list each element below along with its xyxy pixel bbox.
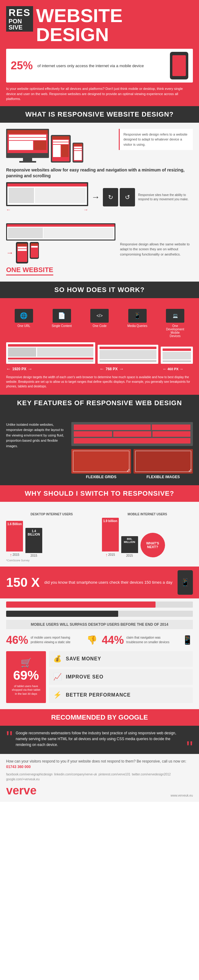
ow-arrow-phones: →	[6, 242, 115, 264]
feature-labels-row: FLEXIBLE GRIDS FLEXIBLE IMAGES	[71, 474, 193, 479]
percent-46: 46%	[6, 634, 28, 647]
mobile-bar-chart: 1.9 billion ↑2015 800, MILLION 2015 WHAT…	[102, 517, 193, 557]
how-section: 🌐 One URL 📄 Single Content </> One Code …	[0, 298, 199, 395]
progress-bar-1	[6, 601, 193, 608]
ow-arrow: →	[6, 248, 13, 257]
devices-label: One Development Mobile Devices	[166, 324, 184, 338]
footer-phone[interactable]: 01743 360 000	[6, 765, 31, 769]
quote-text: Google recommends webmasters follow the …	[16, 730, 183, 748]
expand-icon: ⤢	[126, 468, 130, 473]
verve-logo: verve	[6, 784, 36, 797]
url-icon-box: 🌐	[15, 309, 33, 323]
monitor-foot	[19, 161, 36, 162]
features-title: KEY FEATURES OF RESPONSIVE WEB DESIGN	[0, 395, 199, 411]
verve-url: www.verveuk.eu	[171, 794, 193, 797]
ow-desktop-cols	[7, 227, 115, 239]
benefit-better-performance: ⚡ BETTER PERFORMANCE	[49, 687, 193, 703]
responsive-caption: Responsive websites allow for easy readi…	[6, 167, 193, 179]
arrow-up-icon2: ↑	[105, 552, 107, 557]
percent-row: 46% of mobile users report having proble…	[6, 634, 193, 647]
feature1-label: FLEXIBLE GRIDS	[71, 475, 131, 479]
devices-row: Responsive web design refers to a websit…	[6, 129, 193, 162]
arrow-desktop: ← →	[6, 182, 88, 213]
percent-46-desc: of mobile users report having problems v…	[31, 634, 82, 644]
what-is-title: WHAT IS RESPONSIVE WEBSITE DESIGN?	[0, 106, 199, 123]
media-label: Media Queries	[127, 324, 147, 328]
how-icon-code: </> One Code	[90, 309, 109, 338]
fg-row1	[74, 425, 190, 430]
open-quote-mark: "	[6, 730, 13, 745]
devices-icon-box: 💻	[166, 309, 184, 323]
res-box: RES PONSIVE	[6, 6, 33, 32]
improve-seo-icon: 📈	[52, 672, 63, 682]
footer-link-fb[interactable]: facebook.com/vervegraphicdesign	[6, 773, 53, 776]
improve-seo-label: IMPROVE SEO	[66, 674, 103, 680]
header-description: Is your website optimised effectively fo…	[6, 86, 193, 102]
feature-description: Unlike isolated mobile websites, respons…	[6, 422, 67, 479]
cart-desc: of tablet users have shopped via their t…	[11, 684, 41, 696]
bp-tablet	[98, 345, 158, 364]
features-visuals: ⤢ ⤢ FLEXIBLE GRIDS FLEXIBLE IMAGES	[71, 422, 193, 479]
times-value: 150 X	[6, 575, 40, 590]
progress-fill-1	[6, 601, 156, 608]
header-title: RES PONSIVE WEBSITE DESIGN	[6, 6, 193, 44]
bp-label-460: ← 460 PX →	[163, 366, 193, 372]
percent-44-desc: claim that navigation was troublesome on…	[126, 634, 178, 644]
footer-link-gp[interactable]: google.com/+verveuk.eu	[6, 778, 39, 781]
desktop-title: DESKTOP INTERNET USERS	[6, 512, 97, 516]
how-icon-media: 📱 Media Queries	[127, 309, 147, 338]
percent-block-44: 44% claim that navigation was troublesom…	[102, 634, 178, 647]
device-icon: 📱	[182, 634, 193, 647]
fg-cell-full	[74, 438, 190, 444]
how-icon-content: 📄 Single Content	[52, 309, 72, 338]
footer-link-pi[interactable]: pinterest.com/verve101	[99, 773, 130, 776]
url-label: One URL	[17, 324, 30, 328]
flexible-images-row: ⤢ ⤢	[71, 449, 193, 474]
footer-link-li[interactable]: linkedin.com/company/verve-uk	[54, 773, 97, 776]
progress-bar-2	[6, 611, 193, 617]
pon-sive-text: PONSIVE	[9, 18, 31, 30]
bp-label-1920: ← 1920 PX →	[6, 366, 97, 372]
bp-description: Responsive design targets the width of e…	[6, 375, 193, 389]
breakpoints-visual	[6, 342, 193, 364]
fi-image-2	[133, 449, 193, 474]
whats-next-box: WHAT'S NEXT?	[141, 533, 165, 557]
fg-cell	[113, 431, 151, 437]
recommended-section: RECOMMENDED BY GOOGLE " Google recommend…	[0, 709, 199, 754]
times-box: 150 X did you know that smartphone users…	[0, 566, 199, 598]
quote-block: " Google recommends webmasters follow th…	[6, 730, 193, 748]
whats-next-text: WHAT'S NEXT?	[144, 541, 162, 549]
refresh-icon-2: ↺	[120, 188, 135, 207]
percent-block-46: 46% of mobile users report having proble…	[6, 634, 82, 647]
monitor-body	[6, 129, 49, 158]
monitor-screen	[7, 130, 48, 153]
rec-title: RECOMMENDED BY GOOGLE	[0, 709, 199, 726]
one-website-section: → ONE WEBSITE R	[0, 223, 199, 282]
save-money-icon: 💰	[52, 654, 63, 664]
features-section: Unlike isolated mobile websites, respons…	[0, 411, 199, 485]
breakpoint-labels-row: ← 1920 PX → ← 768 PX → ← 460 PX →	[6, 366, 193, 372]
footer-link-tw[interactable]: twitter.com/vervedesign2012	[132, 773, 171, 776]
mobile-stats: MOBILE INTERNET USERS 1.9 billion ↑2015 …	[102, 512, 193, 562]
desktop-bar-chart: 1.6 Billion ↑2015 1.4 BILLION 2015	[6, 517, 97, 557]
phone-icon	[170, 52, 188, 80]
stats-row: DESKTOP INTERNET USERS 1.6 Billion ↑2015…	[6, 512, 193, 562]
one-website-note: Responsive design allows the same websit…	[120, 242, 193, 257]
responsive-arrows-row: ← → → ↻ ↺ Responsive sites have the abil…	[6, 182, 193, 213]
desktop-content	[7, 183, 87, 205]
transform-arrow: →	[91, 192, 100, 202]
refresh-icon: ↻	[103, 188, 118, 207]
desktop-bar-val1: 1.6 Billion	[6, 521, 23, 552]
save-money-label: SAVE MONEY	[66, 656, 101, 662]
tablet-device	[51, 135, 71, 162]
fg-cell	[152, 425, 190, 430]
code-icon-box: </>	[90, 309, 109, 323]
flexible-image-1: ⤢	[71, 449, 131, 474]
benefit-items: 💰 SAVE MONEY 📈 IMPROVE SEO ⚡ BETTER PERF…	[49, 651, 193, 703]
fg-row3	[74, 438, 190, 444]
why-section: DESKTOP INTERNET USERS 1.6 Billion ↑2015…	[0, 502, 199, 709]
feature2-label: FLEXIBLE IMAGES	[133, 475, 193, 479]
features-row: Unlike isolated mobile websites, respons…	[6, 422, 193, 479]
desktop-mock	[6, 182, 88, 206]
footer-links: facebook.com/vervegraphicdesign linkedin…	[6, 773, 193, 781]
